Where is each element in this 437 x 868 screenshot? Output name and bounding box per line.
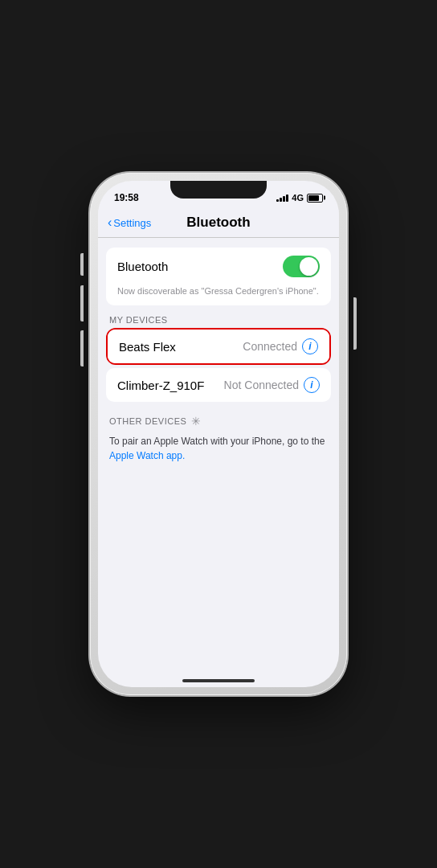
climber-status: Not Connected (224, 379, 299, 391)
other-devices-header: OTHER DEVICES ✳ (98, 407, 339, 431)
bluetooth-toggle-section: Bluetooth Now discoverable as "Gressa Ce… (106, 248, 331, 305)
status-time: 19:58 (114, 192, 139, 203)
page-title: Bluetooth (186, 215, 250, 231)
pair-text-plain: To pair an Apple Watch with your iPhone,… (109, 436, 325, 447)
climber-row[interactable]: Climber-Z_910F Not Connected i (106, 368, 331, 402)
climber-status-row: Not Connected i (224, 377, 320, 393)
signal-bar-4 (286, 194, 288, 202)
beats-flex-row[interactable]: Beats Flex Connected i (108, 330, 329, 363)
content-area: Bluetooth Now discoverable as "Gressa Ce… (98, 238, 339, 672)
climber-name: Climber-Z_910F (117, 379, 204, 392)
discoverable-text: Now discoverable as "Gressa Cedergren's … (106, 285, 331, 305)
signal-bar-1 (276, 199, 279, 202)
notch (170, 181, 267, 199)
mute-button[interactable] (80, 253, 84, 276)
volume-down-button[interactable] (80, 330, 84, 366)
power-button[interactable] (353, 297, 357, 350)
other-devices-label: OTHER DEVICES (109, 416, 186, 426)
back-button[interactable]: ‹ Settings (108, 215, 151, 230)
climber-section: Climber-Z_910F Not Connected i (106, 368, 331, 402)
beats-flex-name: Beats Flex (119, 340, 176, 354)
volume-up-button[interactable] (80, 285, 84, 321)
beats-flex-section: Beats Flex Connected i (108, 330, 329, 363)
phone-frame: 19:58 4G ‹ Settings Bluetooth (90, 173, 347, 695)
beats-flex-highlight: Beats Flex Connected i (106, 328, 331, 365)
back-label: Settings (113, 217, 151, 229)
bluetooth-toggle-label: Bluetooth (117, 260, 168, 273)
bluetooth-toggle-row: Bluetooth (106, 248, 331, 285)
status-right: 4G (276, 193, 323, 203)
nav-bar: ‹ Settings Bluetooth (98, 210, 339, 238)
battery-fill (308, 195, 319, 201)
signal-bar-2 (280, 198, 282, 202)
my-devices-header: MY DEVICES (98, 310, 339, 328)
climber-info-icon[interactable]: i (304, 377, 320, 393)
pair-text: To pair an Apple Watch with your iPhone,… (98, 431, 339, 463)
beats-flex-status: Connected (243, 340, 297, 353)
toggle-thumb (300, 257, 318, 276)
network-type: 4G (292, 193, 304, 203)
battery-icon (307, 194, 323, 203)
beats-flex-info-icon[interactable]: i (302, 338, 318, 354)
bluetooth-toggle[interactable] (283, 256, 320, 277)
home-indicator[interactable] (182, 679, 255, 682)
beats-flex-status-row: Connected i (243, 338, 318, 354)
signal-bar-3 (283, 196, 285, 202)
back-chevron-icon: ‹ (108, 215, 112, 230)
signal-bars (276, 194, 288, 202)
apple-watch-link[interactable]: Apple Watch app. (109, 450, 185, 461)
spinner-icon: ✳ (191, 415, 202, 428)
phone-screen: 19:58 4G ‹ Settings Bluetooth (98, 181, 339, 687)
